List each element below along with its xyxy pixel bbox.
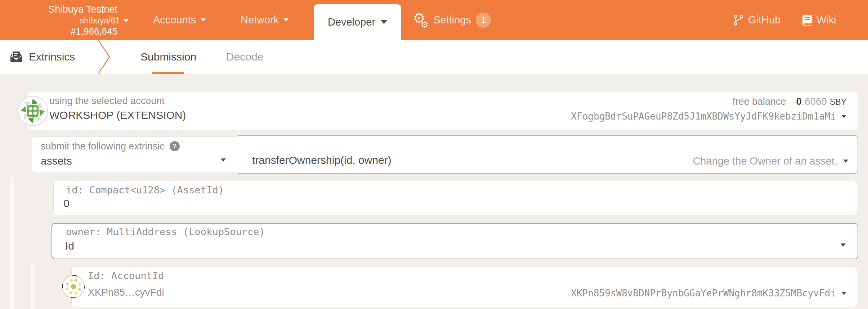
param-owner-id-short-name: XKPn85…cyvFdi [88,287,164,298]
chain-name: Shibuya Testnet [22,4,117,15]
nav-accounts[interactable]: Accounts [153,0,206,40]
chevron-down-icon [201,18,206,22]
link-wiki-label: Wiki [816,14,836,26]
free-balance-label: free balance [733,96,786,107]
param-owner-label: owner: MultiAddress (LookupSource) [66,226,265,238]
param-owner-value: Id [65,240,74,252]
tab-submission[interactable]: Submission [140,40,196,74]
tab-decode[interactable]: Decode [226,40,263,74]
nav-network-label: Network [241,14,279,26]
free-balance-row: free balance 0.6069 SBY [733,96,846,107]
chevron-down-icon [124,19,129,22]
gears-icon: ⚙ ⚙ [413,11,429,29]
nav-network[interactable]: Network [241,0,288,40]
chevron-down-icon [841,292,846,295]
nav-settings[interactable]: ⚙ ⚙ Settings 1 [413,0,491,40]
extrinsic-label: submit the following extrinsic [41,140,165,152]
chain-best-block: #1,966,645 [22,26,117,37]
account-hint-label: using the selected account [49,95,165,107]
method-description-row: Change the Owner of an asset. [693,155,848,167]
balance-unit: SBY [830,97,846,107]
chevron-down-icon [381,20,387,24]
settings-badge: 1 [476,13,491,28]
account-address-row[interactable]: XFogbgBdrSuPAGeuP8Zd5J1mXBDWsYyJdFK9kebz… [571,111,846,122]
extrinsic-label-row: submit the following extrinsic ? [41,140,180,152]
section-dropdown-value[interactable]: assets [41,155,72,167]
book-icon [802,15,812,26]
tab-decode-label: Decode [226,51,263,63]
param-owner-id-address-row[interactable]: XKPn859sW8vBDNPrBynbGGaYePrWNghr8mK33Z5M… [571,288,846,299]
app-window: Shibuya Testnet shibuya/61 #1,966,645 Ac… [0,0,868,309]
link-github-label: GitHub [748,14,780,26]
chevron-down-icon[interactable] [843,160,848,163]
param-owner-id-label: Id: AccountId [88,270,164,282]
indent-guide [31,264,34,309]
envelope-open-text-icon [10,52,22,62]
balance-fraction: .6069 [802,96,827,107]
nav-developer-active[interactable]: Developer [314,4,401,40]
account-identicon[interactable] [17,95,48,128]
account-name: WORKSHOP (EXTENSION) [49,109,186,121]
section-extrinsics: Extrinsics [10,40,75,74]
section-extrinsics-label: Extrinsics [29,51,75,63]
param-id-label: id: Compact<u128> (AssetId) [66,184,224,196]
chevron-down-icon[interactable] [841,243,846,247]
method-description: Change the Owner of an asset. [693,155,837,167]
chevron-down-icon [841,115,846,118]
link-wiki[interactable]: Wiki [802,0,836,40]
chevron-down-icon[interactable] [221,158,226,162]
chain-runtime-version: shibuya/61 [80,16,120,25]
code-branch-icon [733,15,743,26]
indent-guide [10,176,14,309]
param-owner-id-address: XKPn859sW8vBDNPrBynbGGaYePrWNghr8mK33Z5M… [571,288,836,299]
param-id-value: 0 [63,197,70,210]
nav-developer-label: Developer [328,16,375,28]
nav-settings-label: Settings [433,14,471,26]
tab-bar: Extrinsics Submission Decode [0,40,868,74]
account-address: XFogbgBdrSuPAGeuP8Zd5J1mXBDWsYyJdFK9kebz… [571,111,836,122]
help-icon[interactable]: ? [170,141,180,151]
tab-submission-label: Submission [140,51,196,63]
chevron-down-icon [283,18,288,22]
balance-integer: 0 [796,96,802,107]
nav-accounts-label: Accounts [153,14,196,26]
tab-divider-chevron [98,40,110,75]
link-github[interactable]: GitHub [733,0,780,40]
param-owner-id-account[interactable] [71,267,857,307]
app-header: Shibuya Testnet shibuya/61 #1,966,645 Ac… [0,0,868,40]
method-dropdown-value: transferOwnership(id, owner) [252,154,392,166]
address-identicon[interactable] [62,275,85,300]
